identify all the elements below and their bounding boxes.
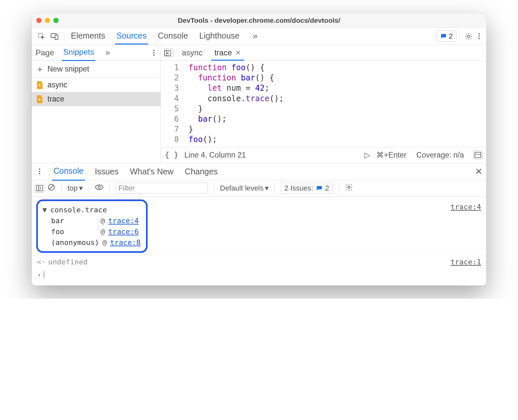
undefined-value: undefined <box>48 258 88 266</box>
log-levels-selector[interactable]: Default levels ▾ <box>220 184 269 193</box>
return-arrow-icon: <· <box>37 258 46 266</box>
prompt-chevron-icon: › <box>37 271 41 279</box>
svg-rect-8 <box>37 186 43 191</box>
devtools-window: DevTools - developer.chrome.com/docs/dev… <box>32 13 486 285</box>
new-snippet-label: New snippet <box>47 65 89 74</box>
tab-console[interactable]: Console <box>157 28 189 45</box>
live-expression-icon[interactable] <box>95 184 103 193</box>
main-toolbar: Elements Sources Console Lighthouse » 2 <box>32 28 486 45</box>
tab-sources[interactable]: Sources <box>115 28 148 45</box>
close-window-button[interactable] <box>36 18 42 23</box>
toggle-sidebar-icon[interactable] <box>473 151 482 159</box>
snippet-list: async trace <box>32 78 160 163</box>
snippet-file-icon <box>36 95 43 104</box>
svg-point-13 <box>348 186 350 188</box>
settings-icon[interactable] <box>462 30 475 43</box>
drawer-tab-issues[interactable]: Issues <box>94 163 120 180</box>
navigator-more-icon[interactable]: » <box>105 47 110 58</box>
sources-panel: Page Snippets » ＋ New snippet async <box>32 45 486 163</box>
minimize-window-button[interactable] <box>45 18 50 23</box>
stack-trace-highlighted: ▼ console.trace bar @ trace:4 foo @ trac… <box>36 199 148 253</box>
snippet-item-async[interactable]: async <box>32 78 160 92</box>
stack-frame-link[interactable]: trace:4 <box>108 217 139 225</box>
run-snippet-icon[interactable]: ▷ <box>364 151 370 160</box>
snippet-file-icon <box>36 81 43 89</box>
stack-frame-link[interactable]: trace:8 <box>110 238 141 247</box>
issues-count: 2 <box>449 32 453 41</box>
issues-indicator[interactable]: 2 <box>437 31 456 42</box>
code-content: function foo() { function bar() { let nu… <box>184 61 284 147</box>
close-tab-icon[interactable]: ✕ <box>235 49 241 57</box>
more-tabs-icon[interactable]: » <box>253 31 257 41</box>
kebab-menu-icon[interactable] <box>475 30 483 43</box>
svg-rect-6 <box>475 152 481 158</box>
execution-context-selector[interactable]: top ▾ <box>68 184 83 193</box>
tab-elements[interactable]: Elements <box>70 28 106 45</box>
code-editor[interactable]: 12345678 function foo() { function bar()… <box>161 61 486 147</box>
console-settings-icon[interactable] <box>345 183 353 193</box>
stack-frame-link[interactable]: trace:6 <box>108 227 139 236</box>
console-sidebar-toggle-icon[interactable] <box>35 184 44 193</box>
svg-point-3 <box>468 35 470 37</box>
filter-input[interactable]: Filter <box>116 183 208 194</box>
run-hint: ⌘+Enter <box>376 151 406 160</box>
cursor-caret <box>44 271 44 278</box>
inspect-element-icon[interactable] <box>35 30 48 43</box>
navigator-kebab-icon[interactable] <box>150 46 158 59</box>
main-tabs: Elements Sources Console Lighthouse » <box>70 28 257 45</box>
drawer-tab-changes[interactable]: Changes <box>184 163 219 180</box>
navigator-tabs: Page Snippets » <box>32 45 160 61</box>
pretty-print-icon[interactable]: { } <box>165 151 179 159</box>
plus-icon: ＋ <box>36 63 44 75</box>
snippet-name: async <box>47 80 67 89</box>
maximize-window-button[interactable] <box>53 18 59 23</box>
message-source-link[interactable]: trace:4 <box>450 197 486 211</box>
window-controls <box>36 18 59 23</box>
new-snippet-button[interactable]: ＋ New snippet <box>32 61 160 78</box>
line-gutter: 12345678 <box>161 61 184 147</box>
device-toolbar-icon[interactable] <box>48 30 61 43</box>
console-message-trace: ▼ console.trace bar @ trace:4 foo @ trac… <box>32 197 486 255</box>
editor-tabs: async trace ✕ <box>161 45 486 61</box>
editor-pane: async trace ✕ 12345678 function foo() { … <box>161 45 486 163</box>
stack-frame-fn: bar <box>51 217 97 225</box>
cursor-position: Line 4, Column 21 <box>185 151 246 160</box>
svg-rect-2 <box>55 35 58 40</box>
console-prompt[interactable]: › <box>32 268 486 285</box>
navigator-tab-snippets[interactable]: Snippets <box>62 44 95 61</box>
chevron-down-icon: ▾ <box>265 184 269 193</box>
editor-tab-trace[interactable]: trace ✕ <box>211 45 244 61</box>
console-toolbar: top ▾ Filter Default levels ▾ 2 Issues: … <box>32 180 486 197</box>
disclosure-triangle-icon[interactable]: ▼ <box>43 206 47 214</box>
issues-link[interactable]: 2 Issues: 2 <box>281 183 333 194</box>
drawer-tabs: Console Issues What's New Changes ✕ <box>32 163 486 180</box>
console-message-result: <· undefined trace:1 <box>32 255 486 268</box>
stack-frame-fn: (anonymous) <box>51 238 99 247</box>
tab-lighthouse[interactable]: Lighthouse <box>198 28 241 45</box>
coverage-status: Coverage: n/a <box>417 151 464 160</box>
editor-status-bar: { } Line 4, Column 21 ▷ ⌘+Enter Coverage… <box>161 147 486 163</box>
snippet-name: trace <box>47 95 64 104</box>
clear-console-icon[interactable] <box>47 183 55 193</box>
toggle-navigator-icon[interactable] <box>164 48 173 57</box>
drawer-tab-whatsnew[interactable]: What's New <box>129 163 175 180</box>
chevron-down-icon: ▾ <box>79 184 83 193</box>
trace-header: console.trace <box>50 206 107 214</box>
drawer-kebab-icon[interactable] <box>36 165 43 178</box>
navigator-tab-page[interactable]: Page <box>34 45 55 61</box>
drawer-tab-console[interactable]: Console <box>52 162 85 181</box>
stack-frame-fn: foo <box>51 227 97 236</box>
svg-point-12 <box>98 186 100 189</box>
window-title: DevTools - developer.chrome.com/docs/dev… <box>178 16 340 24</box>
snippet-item-trace[interactable]: trace <box>32 92 160 106</box>
titlebar: DevTools - developer.chrome.com/docs/dev… <box>32 13 486 28</box>
svg-line-11 <box>49 185 53 189</box>
close-drawer-icon[interactable]: ✕ <box>475 166 482 177</box>
message-source-link[interactable]: trace:1 <box>450 258 481 266</box>
editor-tab-async[interactable]: async <box>179 45 206 61</box>
navigator-pane: Page Snippets » ＋ New snippet async <box>32 45 161 163</box>
